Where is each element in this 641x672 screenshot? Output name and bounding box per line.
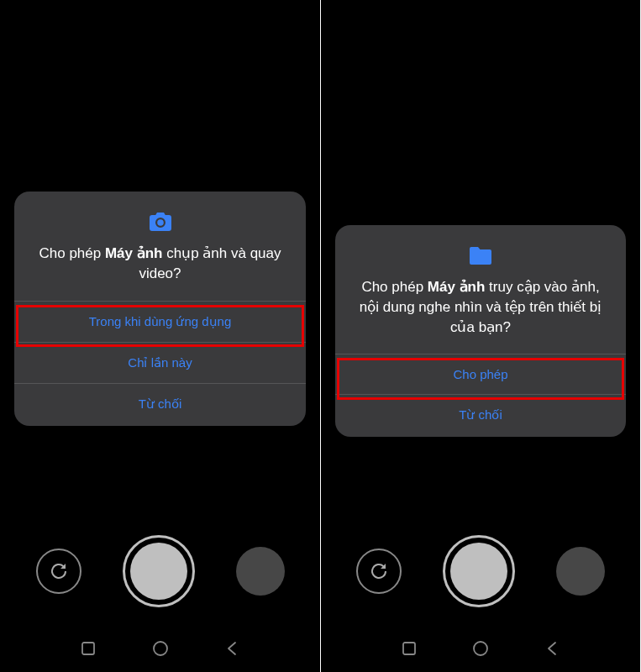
- shutter-inner: [130, 543, 187, 600]
- camera-controls: [321, 535, 640, 607]
- message-prefix: Cho phép: [361, 279, 427, 295]
- camera-icon: [149, 212, 172, 232]
- dialog-message: Cho phép Máy ảnh truy cập vào ảnh, nội d…: [335, 277, 626, 354]
- dialog-message: Cho phép Máy ảnh chụp ảnh và quay video?: [14, 244, 306, 301]
- gallery-thumbnail-button[interactable]: [556, 547, 605, 596]
- circle-icon: [153, 641, 168, 656]
- nav-back-button[interactable]: [215, 632, 249, 665]
- permission-dialog-storage: Cho phép Máy ảnh truy cập vào ảnh, nội d…: [335, 225, 626, 437]
- shutter-button[interactable]: [443, 535, 515, 607]
- nav-home-button[interactable]: [144, 632, 177, 665]
- svg-rect-2: [403, 643, 415, 654]
- while-using-app-button[interactable]: Trong khi dùng ứng dụng: [14, 301, 306, 342]
- allow-button[interactable]: Cho phép: [335, 354, 626, 394]
- shutter-inner: [450, 543, 507, 600]
- nav-home-button[interactable]: [464, 632, 497, 665]
- camera-controls: [0, 535, 320, 607]
- phone-screen-left: Cho phép Máy ảnh chụp ảnh và quay video?…: [0, 0, 320, 672]
- deny-button[interactable]: Từ chối: [14, 383, 306, 426]
- switch-camera-button[interactable]: [36, 549, 81, 594]
- nav-recent-button[interactable]: [71, 632, 105, 665]
- message-app-name: Máy ảnh: [428, 279, 486, 295]
- nav-back-button[interactable]: [535, 632, 569, 665]
- square-icon: [81, 642, 95, 655]
- switch-camera-button[interactable]: [356, 549, 402, 594]
- message-app-name: Máy ảnh: [105, 245, 163, 261]
- navigation-bar: [321, 632, 640, 665]
- square-icon: [402, 642, 416, 655]
- nav-recent-button[interactable]: [392, 632, 426, 665]
- message-prefix: Cho phép: [39, 245, 104, 261]
- chevron-left-icon: [546, 641, 558, 656]
- folder-icon: [469, 245, 492, 265]
- circle-icon: [473, 641, 488, 656]
- navigation-bar: [0, 632, 320, 665]
- dialog-buttons: Trong khi dùng ứng dụng Chỉ lần này Từ c…: [14, 301, 306, 426]
- dialog-buttons: Cho phép Từ chối: [335, 354, 626, 437]
- permission-dialog-camera: Cho phép Máy ảnh chụp ảnh và quay video?…: [14, 192, 306, 426]
- chevron-left-icon: [226, 641, 238, 656]
- shutter-button[interactable]: [123, 535, 195, 607]
- gallery-thumbnail-button[interactable]: [236, 547, 285, 596]
- only-this-time-button[interactable]: Chỉ lần này: [14, 342, 306, 383]
- svg-point-1: [154, 642, 167, 655]
- phone-screen-right: Cho phép Máy ảnh truy cập vào ảnh, nội d…: [320, 0, 640, 672]
- switch-camera-icon: [47, 559, 71, 583]
- svg-point-3: [474, 642, 487, 655]
- switch-camera-icon: [367, 559, 391, 583]
- svg-rect-0: [82, 643, 94, 654]
- deny-button[interactable]: Từ chối: [335, 394, 626, 437]
